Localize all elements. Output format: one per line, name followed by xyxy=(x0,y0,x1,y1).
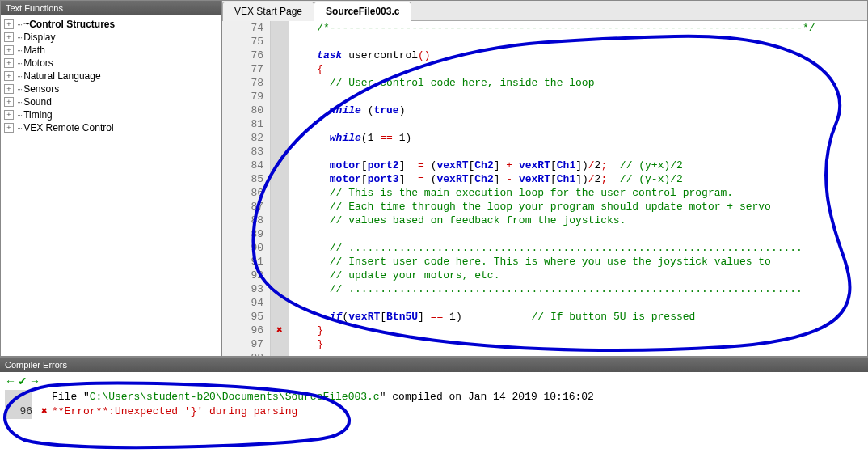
code-line[interactable]: 83 xyxy=(222,145,867,159)
tree-item-3[interactable]: +···Motors xyxy=(1,57,221,70)
error-line[interactable]: 96 ✖ **Error**:Unexpected '}' during par… xyxy=(5,404,863,419)
gutter-mark xyxy=(271,131,289,145)
gutter-mark xyxy=(271,90,289,104)
code-line[interactable]: 90 // ..................................… xyxy=(222,241,867,255)
code-line[interactable]: 96✖ } xyxy=(222,324,867,337)
tree-item-7[interactable]: +···Timing xyxy=(1,108,221,121)
gutter-mark xyxy=(271,255,289,269)
prev-error-icon[interactable]: ← xyxy=(5,375,16,387)
code-line[interactable]: 76 task usercontrol() xyxy=(222,49,867,62)
line-number: 80 xyxy=(222,104,271,117)
gutter-mark xyxy=(271,269,289,282)
expand-icon[interactable]: + xyxy=(4,84,14,94)
tab-0[interactable]: VEX Start Page xyxy=(222,2,314,21)
code-line[interactable]: 74 /*-----------------------------------… xyxy=(222,21,867,35)
code-line[interactable]: 85 motor[port3] = (vexRT[Ch2] - vexRT[Ch… xyxy=(222,172,867,186)
expand-icon[interactable]: + xyxy=(4,58,14,68)
code-text: // values based on feedback from the joy… xyxy=(289,214,626,227)
error-message: **Error**:Unexpected '}' during parsing xyxy=(52,404,297,419)
code-text: /*--------------------------------------… xyxy=(289,21,815,35)
sidebar-title: Text Functions xyxy=(1,1,221,15)
expand-icon[interactable]: + xyxy=(4,71,14,81)
tab-bar: VEX Start PageSourceFile003.c xyxy=(222,1,867,21)
expand-icon[interactable]: + xyxy=(4,97,14,107)
code-line[interactable]: 93 // ..................................… xyxy=(222,282,867,296)
code-line[interactable]: 77 { xyxy=(222,62,867,76)
gutter-mark xyxy=(271,76,289,90)
code-line[interactable]: 92 // update your motors, etc. xyxy=(222,269,867,282)
code-text: while(1 == 1) xyxy=(289,131,411,145)
gutter-mark xyxy=(271,227,289,241)
error-marker-icon: ✖ xyxy=(276,324,283,337)
code-line[interactable]: 91 // Insert user code here. This is whe… xyxy=(222,255,867,269)
tree-item-label: Timing xyxy=(23,109,53,121)
tab-1[interactable]: SourceFile003.c xyxy=(314,2,411,21)
code-line[interactable]: 97 } xyxy=(222,337,867,351)
gutter-mark xyxy=(271,296,289,310)
tree-item-label: Motors xyxy=(23,57,53,69)
code-text xyxy=(289,227,292,241)
code-line[interactable]: 98 xyxy=(222,351,867,356)
expand-icon[interactable]: + xyxy=(4,110,14,120)
code-text xyxy=(289,296,292,310)
code-line[interactable]: 84 motor[port2] = (vexRT[Ch2] + vexRT[Ch… xyxy=(222,159,867,172)
line-number: 76 xyxy=(222,49,271,62)
line-number: 83 xyxy=(222,145,271,159)
expand-icon[interactable]: + xyxy=(4,123,14,133)
line-number: 96 xyxy=(222,324,271,337)
line-number: 74 xyxy=(222,21,271,35)
line-number: 78 xyxy=(222,76,271,90)
code-text xyxy=(289,35,292,49)
tree-item-6[interactable]: +···Sound xyxy=(1,95,221,108)
tree-item-label: Natural Language xyxy=(23,70,100,82)
tree-item-8[interactable]: +···VEX Remote Control xyxy=(1,121,221,134)
code-line[interactable]: 94 xyxy=(222,296,867,310)
line-number: 92 xyxy=(222,269,271,282)
expand-icon[interactable]: + xyxy=(4,32,14,42)
gutter-mark: ✖ xyxy=(271,324,289,337)
error-line-number: 96 xyxy=(5,404,32,419)
code-line[interactable]: 79 xyxy=(222,90,867,104)
compile-status-line: File "C:\Users\student-b20\Documents\Sou… xyxy=(5,390,863,404)
file-prefix: File " xyxy=(52,391,90,403)
errors-output[interactable]: File "C:\Users\student-b20\Documents\Sou… xyxy=(0,390,868,424)
code-text: if(vexRT[Btn5U] == 1) // If button 5U is… xyxy=(289,310,695,324)
tree-item-2[interactable]: +···Math xyxy=(1,44,221,57)
line-number: 91 xyxy=(222,255,271,269)
code-text: // .....................................… xyxy=(289,282,803,296)
next-error-icon[interactable]: → xyxy=(29,375,40,387)
code-line[interactable]: 80 while (true) xyxy=(222,104,867,117)
code-text: { xyxy=(289,62,323,76)
line-number: 81 xyxy=(222,117,271,131)
errors-title: Compiler Errors xyxy=(0,358,868,372)
code-line[interactable]: 89 xyxy=(222,227,867,241)
code-line[interactable]: 86 // This is the main execution loop fo… xyxy=(222,186,867,200)
editor-area: VEX Start PageSourceFile003.c 74 /*-----… xyxy=(222,0,868,357)
code-text: // This is the main execution loop for t… xyxy=(289,186,733,200)
code-line[interactable]: 81 xyxy=(222,117,867,131)
check-icon[interactable]: ✓ xyxy=(18,375,27,387)
expand-icon[interactable]: + xyxy=(4,19,14,29)
code-text: } xyxy=(289,324,323,337)
gutter-mark xyxy=(271,159,289,172)
code-text: while (true) xyxy=(289,104,405,117)
code-editor[interactable]: 74 /*-----------------------------------… xyxy=(222,21,867,356)
line-number: 77 xyxy=(222,62,271,76)
code-line[interactable]: 95 if(vexRT[Btn5U] == 1) // If button 5U… xyxy=(222,310,867,324)
line-number: 95 xyxy=(222,310,271,324)
code-line[interactable]: 87 // Each time through the loop your pr… xyxy=(222,200,867,214)
code-line[interactable]: 75 xyxy=(222,35,867,49)
compiler-errors-panel: Compiler Errors ← ✓ → File "C:\Users\stu… xyxy=(0,357,868,424)
tree-item-5[interactable]: +···Sensors xyxy=(1,83,221,95)
expand-icon[interactable]: + xyxy=(4,45,14,55)
tree-item-4[interactable]: +···Natural Language xyxy=(1,70,221,83)
code-text xyxy=(289,351,292,356)
tree-item-1[interactable]: +···Display xyxy=(1,31,221,44)
tree-item-0[interactable]: +···~Control Structures xyxy=(1,18,221,31)
code-line[interactable]: 78 // User control code here, inside the… xyxy=(222,76,867,90)
tree-item-label: Sound xyxy=(23,96,52,108)
function-tree[interactable]: +···~Control Structures+···Display+···Ma… xyxy=(1,15,221,356)
code-line[interactable]: 82 while(1 == 1) xyxy=(222,131,867,145)
tree-item-label: ~Control Structures xyxy=(23,19,115,30)
code-line[interactable]: 88 // values based on feedback from the … xyxy=(222,214,867,227)
